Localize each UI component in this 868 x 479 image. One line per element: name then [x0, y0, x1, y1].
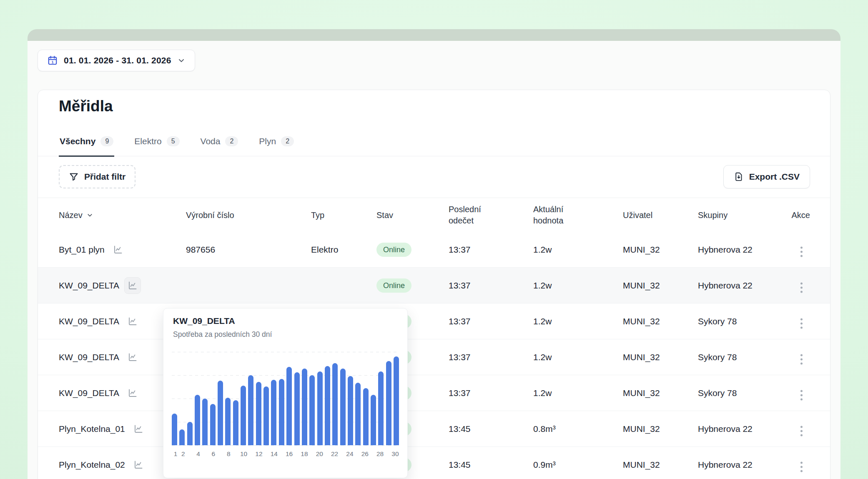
chart-preview-button[interactable] [125, 349, 140, 365]
meter-name-cell: Plyn_Kotelna_01 [59, 421, 146, 437]
group-cell: Hybnerova 22 [698, 460, 753, 470]
chart-preview-button[interactable] [130, 421, 146, 437]
kebab-icon [799, 316, 804, 330]
x-tick-label: 18 [301, 450, 308, 458]
chart-icon [128, 316, 138, 326]
last-reading-cell: 13:37 [449, 245, 471, 255]
group-cell: Hybnerova 22 [698, 245, 753, 255]
bar [241, 386, 246, 445]
date-range-picker[interactable]: 1 01. 01. 2026 - 31. 01. 2026 [38, 50, 195, 71]
chart-preview-button[interactable] [110, 242, 126, 258]
last-reading-cell: 13:37 [449, 316, 471, 326]
bar [187, 422, 193, 445]
meter-name-cell: Byt_01 plyn [59, 242, 126, 258]
row-actions-button[interactable] [799, 384, 804, 402]
current-value-cell: 1.2w [533, 245, 552, 255]
row-actions-button[interactable] [799, 456, 804, 474]
file-download-icon [734, 172, 744, 182]
x-tick-label: 20 [316, 450, 323, 458]
column-header-actions: Akce [792, 210, 810, 221]
chart-x-labels: 124681012141618202224262830 [163, 450, 407, 460]
user-cell: MUNI_32 [623, 281, 660, 291]
table-row: Plyn_Kotelna_02 11235 Plyn Online 13:45 … [38, 447, 830, 479]
bar [348, 376, 353, 445]
tab-vsechny[interactable]: Všechny 9 [59, 136, 114, 157]
column-header-user: Uživatel [623, 210, 652, 221]
status-cell: Online [376, 243, 411, 257]
bar [332, 363, 338, 445]
current-value-cell: 1.2w [533, 316, 552, 326]
tab-elektro[interactable]: Elektro 5 [133, 136, 180, 157]
tab-label: Všechny [60, 136, 95, 146]
group-cell: Hybnerova 22 [698, 424, 753, 434]
row-actions-button[interactable] [799, 276, 804, 294]
x-tick-label: 14 [271, 450, 278, 458]
kebab-icon [799, 245, 804, 258]
bar [225, 398, 231, 445]
bar [248, 375, 253, 445]
x-tick-label: 16 [286, 450, 293, 458]
row-actions-button[interactable] [799, 312, 804, 330]
x-tick-label: 26 [361, 450, 369, 458]
meter-name: KW_09_DELTA [59, 352, 119, 362]
tab-label: Voda [201, 136, 221, 146]
group-cell: Sykory 78 [698, 316, 737, 326]
status-badge: Online [376, 243, 411, 257]
chart-preview-button[interactable] [125, 278, 140, 293]
group-cell: Sykory 78 [698, 352, 737, 362]
bar [256, 382, 261, 445]
tab-voda[interactable]: Voda 2 [200, 136, 239, 157]
bar [317, 371, 323, 445]
kebab-icon [799, 281, 804, 294]
date-range-label: 01. 01. 2026 - 31. 01. 2026 [64, 55, 171, 65]
column-header-name[interactable]: Název [59, 210, 93, 221]
meter-name: KW_09_DELTA [59, 388, 119, 398]
row-actions-button[interactable] [799, 420, 804, 438]
chart-bars [172, 352, 399, 445]
chart-icon [128, 388, 138, 398]
filter-icon [69, 172, 79, 182]
export-csv-button[interactable]: Export .CSV [723, 165, 810, 188]
chart-icon [128, 352, 138, 362]
meter-name-cell: KW_09_DELTA [59, 278, 140, 293]
meter-name-cell: KW_09_DELTA [59, 349, 140, 365]
tab-count-badge: 2 [225, 136, 238, 146]
row-actions-button[interactable] [799, 241, 804, 258]
chart-preview-button[interactable] [125, 313, 140, 329]
bar [279, 379, 284, 445]
chart-icon [128, 281, 138, 291]
table-body: Byt_01 plyn 987656 Elektro Online 13:37 … [38, 232, 830, 479]
bar [179, 429, 185, 445]
last-reading-cell: 13:37 [449, 281, 471, 291]
bar [210, 404, 216, 445]
bar [325, 366, 330, 445]
tooltip-subtitle: Spotřeba za posledních 30 dní [173, 330, 272, 339]
bar [363, 388, 369, 445]
serial-number-cell: 987656 [186, 245, 215, 255]
chevron-down-icon [177, 56, 186, 65]
chart-preview-button[interactable] [130, 457, 146, 473]
bar [218, 381, 223, 445]
current-value-cell: 1.2w [533, 281, 552, 291]
table-row: KW_09_DELTA Online 13:37 1.2w MUNI_32 Hy… [38, 268, 830, 303]
chart-preview-button[interactable] [125, 385, 140, 401]
kebab-icon [799, 460, 804, 474]
user-cell: MUNI_32 [623, 388, 660, 398]
bar [286, 367, 292, 445]
meter-name: Plyn_Kotelna_01 [59, 424, 125, 434]
x-tick-label: 22 [331, 450, 338, 458]
add-filter-button[interactable]: Přidat filtr [59, 165, 135, 188]
bar [340, 369, 346, 445]
tab-plyn[interactable]: Plyn 2 [258, 136, 295, 157]
status-cell: Online [376, 278, 411, 293]
meter-name-cell: KW_09_DELTA [59, 313, 140, 329]
current-value-cell: 1.2w [533, 388, 552, 398]
column-header-serial: Výrobní číslo [186, 210, 234, 221]
last-reading-cell: 13:45 [449, 460, 471, 470]
kebab-icon [799, 388, 804, 402]
user-cell: MUNI_32 [623, 245, 660, 255]
row-actions-button[interactable] [799, 348, 804, 366]
export-csv-label: Export .CSV [749, 172, 800, 182]
meter-name: Plyn_Kotelna_02 [59, 460, 125, 470]
user-cell: MUNI_32 [623, 424, 660, 434]
